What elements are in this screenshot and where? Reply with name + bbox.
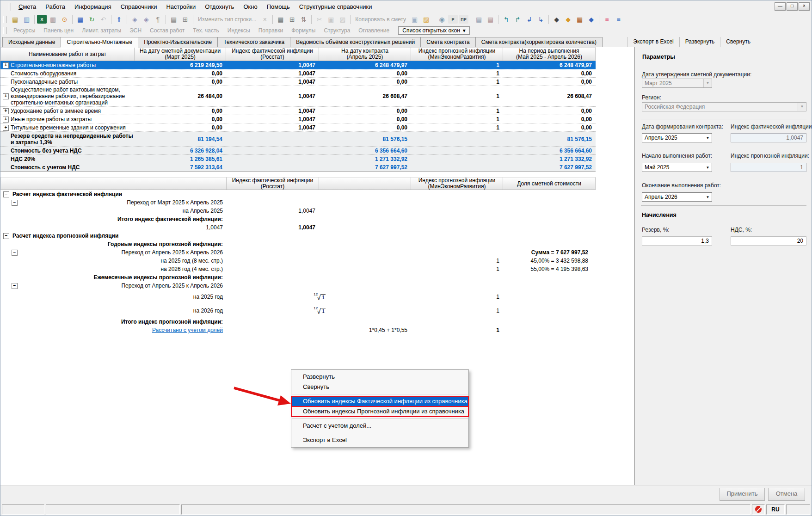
open-windows-button[interactable]: Список открытых окон▾ — [398, 26, 470, 35]
viewbar-item-10[interactable]: Структура — [324, 27, 350, 34]
viewbar-item-1[interactable]: Ресурсы — [13, 27, 35, 34]
reserve-input[interactable]: 1,3 — [642, 236, 712, 246]
tab-4[interactable]: Технического заказчика — [217, 37, 290, 47]
contract-date-select[interactable]: Апрель 2025 ▼ — [642, 133, 712, 142]
tab-5[interactable]: Ведомость объёмов конструктивных решений — [290, 37, 421, 47]
doc-settings2-icon[interactable]: ◈ — [141, 14, 152, 25]
toolbar-grip[interactable] — [3, 16, 6, 23]
change-row-type-button[interactable]: Изменить тип строки... — [198, 16, 256, 23]
indent-up-icon[interactable]: ↱ — [512, 14, 523, 25]
calc-row[interactable]: Ежемесячные индексы прогнозной инфляции: — [0, 273, 596, 282]
collapse-toggle[interactable]: − — [12, 200, 18, 206]
tab-action-2[interactable]: Развернуть — [679, 37, 720, 47]
toolbar-grip[interactable] — [3, 27, 6, 34]
indent-first-icon[interactable]: ↰ — [501, 14, 511, 25]
copy-sheet-icon[interactable]: ▣ — [409, 14, 420, 25]
calc-column-header-1[interactable] — [0, 177, 227, 190]
table-row[interactable]: +Осуществление работ вахтовым методом, к… — [0, 86, 596, 107]
calc-row[interactable]: на 2026 год (4 мес. стр.)155,00% = 4 195… — [0, 265, 596, 273]
collapse-toggle[interactable]: − — [3, 233, 9, 239]
approval-date-select[interactable]: Март 2025 ▼ — [642, 79, 712, 88]
calc-row[interactable]: Итого индекс фактической инфляции: — [0, 215, 596, 223]
calc-column-header-5[interactable]: Доля сметной стоимости — [503, 177, 596, 190]
column-header-5[interactable]: Индекс прогнозной инфляции(МинЭкономРазв… — [411, 47, 503, 61]
calculator-icon[interactable]: ▦ — [275, 14, 286, 25]
doc-p-icon[interactable]: P — [448, 15, 458, 24]
calc-column-header-4[interactable]: Индекс прогнозной инфляции(МинЭкономРазв… — [411, 177, 503, 190]
table-row[interactable]: НДС 20%1 265 385,611 271 332,921 271 332… — [0, 155, 596, 163]
calc-row[interactable]: на 2025 год12√11 — [0, 290, 596, 304]
tab-action-1[interactable]: Экспорт в Excel — [627, 37, 679, 47]
calc-row[interactable]: Рассчитано с учетом долей1*0,45 + 1*0,55… — [0, 326, 596, 334]
tab-6[interactable]: Смета контракта — [420, 37, 476, 47]
layers-blue-icon[interactable]: ≡ — [613, 14, 624, 25]
menu-item-8[interactable]: Помощь — [262, 2, 295, 12]
expand-toggle[interactable]: + — [3, 125, 9, 131]
materials-icon[interactable]: ▦ — [574, 14, 585, 25]
copy-to-estimate-button[interactable]: Копировать в смету — [355, 16, 406, 23]
viewbar-item-3[interactable]: Лимит. затраты — [82, 27, 121, 34]
context-menu-item-5[interactable]: Расчет с учетом долей... — [291, 421, 468, 431]
language-indicator[interactable]: RU — [766, 504, 785, 515]
delete-row-icon[interactable]: × — [259, 14, 270, 25]
toolbar-grip[interactable] — [8, 3, 11, 11]
table-row[interactable]: +Титульные временные здания и сооружения… — [0, 123, 596, 132]
tree-insert-icon[interactable]: ▥ — [21, 14, 32, 25]
resources-icon[interactable]: ◆ — [551, 14, 562, 25]
collapse-toggle[interactable]: − — [3, 191, 9, 197]
tab-1[interactable]: Исходные данные — [2, 37, 61, 47]
outdent-icon[interactable]: ↲ — [524, 14, 535, 25]
vat-input[interactable]: 20 — [731, 236, 806, 246]
calc-column-header-3[interactable] — [319, 177, 411, 190]
insert-section-icon[interactable]: ⊞ — [180, 14, 191, 25]
close-button[interactable]: × — [799, 2, 810, 11]
column-header-6[interactable]: На период выполнения(Май 2025 - Апрель 2… — [503, 47, 596, 61]
row-delete-icon[interactable]: ▤ — [485, 14, 496, 25]
cancel-button[interactable]: Отмена — [768, 488, 805, 501]
menu-item-1[interactable]: Смета — [14, 2, 41, 12]
calc-row[interactable]: −Переход от Апрель 2025 к Апрель 2026Сум… — [0, 248, 596, 257]
calc-row[interactable]: 1,00471,0047 — [0, 223, 596, 232]
minimize-button[interactable]: — — [775, 2, 786, 11]
viewbar-item-2[interactable]: Панель цен — [43, 27, 74, 34]
doc-pr-icon[interactable]: ПР — [459, 15, 468, 24]
calc-row[interactable]: на 2026 год12√11 — [0, 304, 596, 318]
calc-row[interactable]: на Апрель 20251,0047 — [0, 207, 596, 215]
transport-icon[interactable]: ◆ — [586, 14, 597, 25]
menu-item-3[interactable]: Информация — [70, 2, 116, 12]
copy-icon[interactable]: ▣ — [326, 14, 336, 25]
context-menu-item-4[interactable]: Обновить индексы Прогнозной инфляции из … — [291, 406, 468, 417]
update-prices-icon[interactable]: ⇑ — [114, 14, 124, 25]
start-date-select[interactable]: Май 2025 ▼ — [642, 163, 712, 172]
outdent-last-icon[interactable]: ↳ — [535, 14, 546, 25]
viewbar-item-4[interactable]: ЭСН — [129, 27, 141, 34]
context-menu-item-1[interactable]: Развернуть — [291, 372, 468, 382]
calc-row[interactable]: на 2025 год (8 мес. стр.)145,00% = 3 432… — [0, 257, 596, 265]
print-preview-icon[interactable]: ▤ — [168, 14, 179, 25]
viewbar-item-9[interactable]: Формулы — [291, 27, 315, 34]
column-header-2[interactable]: На дату сметной документации(Март 2025) — [135, 47, 226, 61]
menu-item-6[interactable]: Отдохнуть — [200, 2, 239, 12]
calc-shares-link[interactable]: Рассчитано с учетом долей — [152, 327, 223, 333]
column-header-3[interactable]: Индекс фактической инфляции(Росстат) — [226, 47, 319, 61]
viewbar-item-5[interactable]: Состав работ — [150, 27, 185, 34]
expand-toggle[interactable]: + — [3, 117, 9, 123]
calc-row[interactable]: −Расчет индекса фактической инфляции — [0, 190, 596, 198]
machines-icon[interactable]: ◆ — [563, 14, 573, 25]
table-row[interactable]: +Удорожание работ в зимнее время0,001,00… — [0, 107, 596, 115]
doc-comment-icon[interactable]: ¶ — [153, 14, 163, 25]
viewbar-item-8[interactable]: Поправки — [258, 27, 283, 34]
apply-button[interactable]: Применить — [720, 488, 765, 501]
collapse-toggle[interactable]: − — [12, 283, 18, 289]
calc-column-header-2[interactable]: Индекс фактической инфляции(Росстат) — [227, 177, 319, 190]
region-select[interactable]: Российская Федерация ▼ — [642, 102, 806, 111]
viewbar-item-6[interactable]: Тех. часть — [193, 27, 219, 34]
table-row[interactable]: Резерв средств на непредвиденные работы … — [0, 132, 596, 147]
table-row[interactable]: +Иные прочие работы и затраты0,001,00470… — [0, 115, 596, 123]
collapse-toggle[interactable]: − — [12, 250, 18, 256]
calc-row[interactable]: Годовые индексы прогнозной инфляции: — [0, 240, 596, 248]
table-row[interactable]: Стоимость с учетом НДС7 592 313,647 627 … — [0, 163, 596, 172]
tree-structure-icon[interactable]: ▤ — [10, 14, 20, 25]
save-icon[interactable]: ▦ — [75, 14, 86, 25]
column-header-4[interactable]: На дату контракта(Апрель 2025) — [319, 47, 411, 61]
